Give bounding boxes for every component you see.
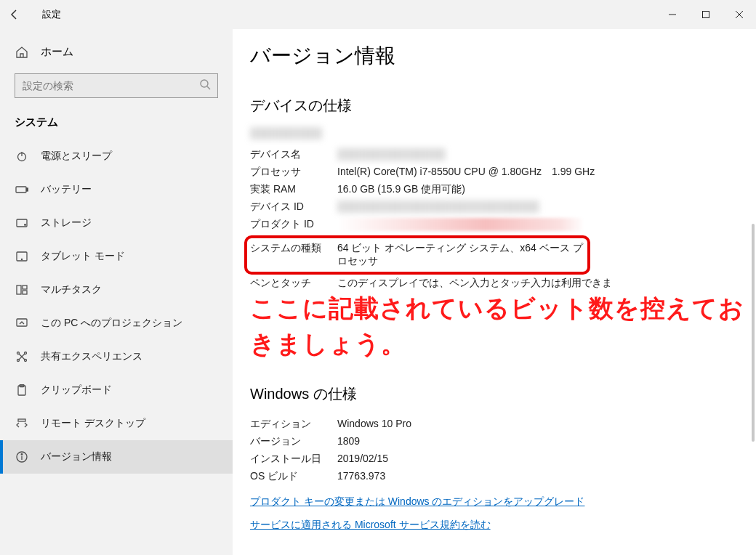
sidebar-category: システム: [0, 108, 233, 137]
minimize-button[interactable]: [656, 0, 689, 29]
windows-specs: エディション Windows 10 Pro バージョン 1809 インストール日…: [250, 416, 756, 485]
sidebar-item-clipboard[interactable]: クリップボード: [0, 373, 233, 407]
svg-point-27: [21, 454, 23, 455]
spec-row-pen-touch: ペンとタッチ このディスプレイでは、ペン入力とタッチ入力は利用できま: [250, 275, 756, 292]
svg-rect-17: [17, 319, 27, 326]
spec-row-processor: プロセッサ Intel(R) Core(TM) i7-8550U CPU @ 1…: [250, 163, 756, 181]
spec-row-device-id: デバイス ID ████████████████████████████: [250, 198, 756, 216]
search-input[interactable]: [15, 73, 218, 98]
sidebar-item-multitask[interactable]: マルチタスク: [0, 273, 233, 307]
svg-line-5: [207, 86, 210, 89]
clipboard-icon: [15, 384, 29, 396]
annotation-text: ここに記載されているビット数を控えておきましょう。: [250, 291, 756, 362]
redacted-model: ██████████: [250, 127, 322, 139]
sidebar-home-label: ホーム: [41, 45, 73, 59]
battery-icon: [15, 185, 29, 194]
sidebar-home[interactable]: ホーム: [0, 39, 233, 68]
windows-specs-heading: Windows の仕様: [250, 384, 756, 404]
sidebar-item-power[interactable]: 電源とスリープ: [0, 139, 233, 173]
highlighted-system-type-row: システムの種類 64 ビット オペレーティング システム、x64 ベース プロセ…: [244, 235, 590, 275]
sidebar-item-label: 電源とスリープ: [41, 150, 112, 163]
sidebar: ホーム システム 電源とスリープ バッテリー ストレージ: [0, 29, 233, 555]
spec-row-device-name: デバイス名 ███████████████: [250, 146, 756, 163]
device-specs: ██████████ デバイス名 ███████████████ プロセッサ I…: [250, 127, 756, 362]
power-icon: [15, 150, 29, 162]
spec-row-osbuild: OS ビルド 17763.973: [250, 468, 756, 485]
device-specs-heading: デバイスの仕様: [250, 96, 756, 116]
link-product-key[interactable]: プロダクト キーの変更または Windows のエディションをアップグレード: [250, 495, 756, 509]
sidebar-item-storage[interactable]: ストレージ: [0, 206, 233, 240]
spec-row-version: バージョン 1809: [250, 433, 756, 450]
redacted-value: ████████████████████████████: [337, 200, 539, 212]
svg-rect-1: [703, 12, 709, 18]
sidebar-item-shared[interactable]: 共有エクスペリエンス: [0, 340, 233, 373]
close-button[interactable]: [723, 0, 756, 29]
sidebar-item-about[interactable]: バージョン情報: [0, 440, 233, 474]
tablet-icon: [15, 251, 29, 262]
svg-point-11: [25, 224, 26, 226]
sidebar-item-label: この PC へのプロジェクション: [41, 317, 182, 330]
projection-icon: [15, 318, 29, 328]
sidebar-item-label: バージョン情報: [41, 450, 112, 463]
sidebar-item-remote[interactable]: リモート デスクトップ: [0, 407, 233, 440]
home-icon: [15, 46, 29, 59]
spec-row-installed: インストール日 2019/02/15: [250, 450, 756, 468]
info-icon: [15, 451, 29, 463]
spec-row-edition: エディション Windows 10 Pro: [250, 416, 756, 433]
search-icon: [200, 79, 211, 92]
content-pane: バージョン情報 デバイスの仕様 ██████████ デバイス名 ███████…: [233, 29, 756, 555]
svg-point-13: [21, 259, 22, 259]
window-titlebar: 設定: [0, 0, 756, 29]
sidebar-item-battery[interactable]: バッテリー: [0, 173, 233, 206]
spec-row-ram: 実装 RAM 16.0 GB (15.9 GB 使用可能): [250, 181, 756, 198]
redacted-value: [337, 218, 584, 231]
sidebar-item-label: 共有エクスペリエンス: [41, 350, 142, 363]
svg-rect-9: [27, 188, 28, 191]
remote-icon: [15, 418, 29, 429]
sidebar-item-label: リモート デスクトップ: [41, 417, 145, 430]
page-title: バージョン情報: [250, 42, 756, 70]
redacted-value: ███████████████: [337, 148, 446, 160]
window-title: 設定: [42, 8, 61, 21]
sidebar-item-label: バッテリー: [41, 183, 92, 196]
svg-rect-16: [23, 291, 27, 294]
maximize-button[interactable]: [689, 0, 723, 29]
svg-rect-8: [16, 187, 26, 193]
sidebar-item-label: クリップボード: [41, 384, 112, 397]
multitask-icon: [15, 285, 29, 295]
sidebar-item-projection[interactable]: この PC へのプロジェクション: [0, 307, 233, 340]
svg-point-4: [201, 80, 208, 87]
svg-rect-24: [18, 419, 25, 421]
shared-icon: [15, 351, 29, 362]
svg-rect-14: [17, 285, 21, 294]
sidebar-item-label: タブレット モード: [41, 250, 125, 263]
scrollbar-thumb[interactable]: [752, 224, 755, 442]
spec-row-product-id: プロダクト ID: [250, 216, 756, 235]
svg-rect-15: [23, 285, 27, 289]
sidebar-item-label: マルチタスク: [41, 283, 102, 296]
sidebar-item-tablet[interactable]: タブレット モード: [0, 240, 233, 273]
back-button[interactable]: [0, 0, 29, 29]
link-service-terms[interactable]: サービスに適用される Microsoft サービス規約を読む: [250, 519, 756, 532]
storage-icon: [15, 219, 29, 227]
sidebar-item-label: ストレージ: [41, 216, 92, 230]
